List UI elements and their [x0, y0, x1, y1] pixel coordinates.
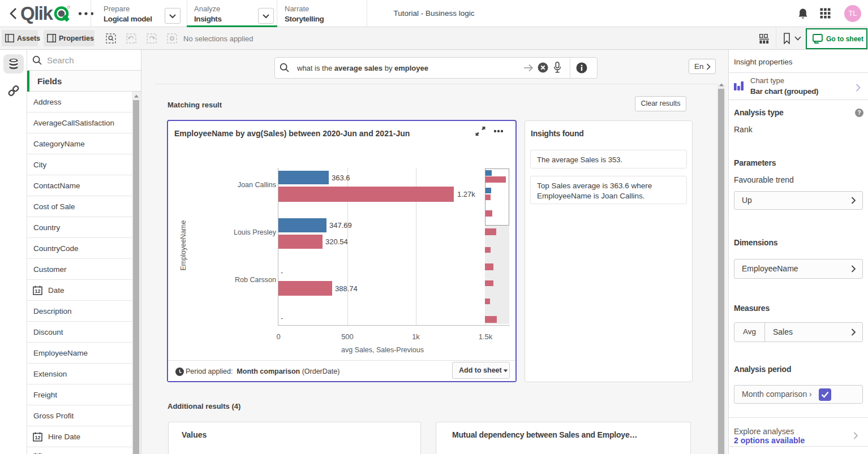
svg-text:?: ?: [857, 110, 861, 116]
svg-text:12: 12: [35, 435, 40, 440]
svg-text:12: 12: [35, 288, 40, 294]
